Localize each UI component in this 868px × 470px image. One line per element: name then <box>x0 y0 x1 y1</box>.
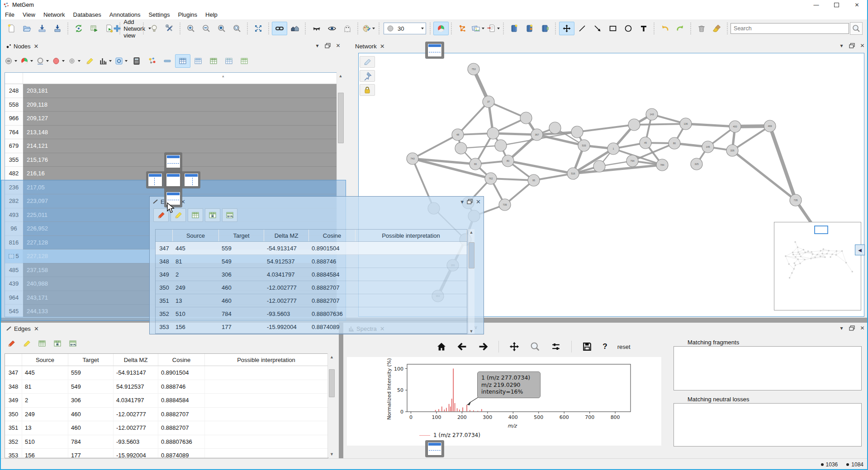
floating-edges-panel[interactable]: Edges ✕ ▾ ✕ SourceTargetDelta MZCosinePo… <box>149 196 484 334</box>
node-ring-button[interactable] <box>34 54 50 68</box>
table-view-a-button[interactable] <box>175 54 190 68</box>
show-linked-nodes-button[interactable] <box>272 22 287 35</box>
edges-table-row[interactable]: 352510784-93.56030.88807636 <box>156 307 467 320</box>
tab-nodes[interactable]: Nodes ✕ <box>3 41 42 51</box>
menu-network[interactable]: Network <box>39 10 69 19</box>
network-layout-button[interactable] <box>455 22 470 35</box>
plot-help-button[interactable]: ? <box>602 342 607 351</box>
menu-settings[interactable]: Settings <box>144 10 174 19</box>
node-shape-button[interactable] <box>3 54 19 68</box>
edges-table-row[interactable]: 347445559-54.9131470.8901504 <box>5 366 328 380</box>
ellipse-tool-button[interactable] <box>621 22 636 35</box>
show-table-button[interactable] <box>188 208 203 222</box>
minimize-button[interactable]: — <box>806 0 826 10</box>
process-tools-button[interactable] <box>162 22 177 35</box>
column-header-Possible interpretation[interactable]: Possible interpretation <box>356 230 467 241</box>
clear-annotations-button[interactable] <box>709 22 725 35</box>
column-header-Possible interpretation[interactable]: Possible interpretation <box>205 354 328 366</box>
spectrum-hint-button[interactable] <box>147 22 162 35</box>
graph-node[interactable]: 143 <box>646 108 658 120</box>
zoom-plot-button[interactable] <box>530 341 541 352</box>
ghost-mode-button[interactable] <box>340 22 355 35</box>
column-header-row[interactable] <box>5 354 22 366</box>
graph-node[interactable] <box>571 126 583 138</box>
line-tool-button[interactable] <box>574 22 590 35</box>
graph-node[interactable]: 145 <box>702 141 714 153</box>
search-button[interactable] <box>850 22 863 35</box>
edges-table-scrollbar[interactable]: ▲ ▼ <box>327 353 336 457</box>
title-bar[interactable]: MetGem — ✕ <box>1 0 867 10</box>
column-header-Source[interactable]: Source <box>22 354 68 366</box>
highlight-red-button[interactable] <box>4 337 19 350</box>
show-table-button[interactable] <box>34 337 50 350</box>
graph-node[interactable]: 516 <box>567 168 579 179</box>
zoom-to-fit-button[interactable] <box>214 22 229 35</box>
dock-guide-top-edge[interactable] <box>425 42 444 59</box>
graph-node[interactable]: 37 <box>483 96 494 108</box>
redo-button[interactable] <box>673 22 688 35</box>
plain-notebook-button[interactable] <box>537 22 553 35</box>
graph-node[interactable] <box>628 119 640 131</box>
network-dock-menu-button[interactable]: ▾ <box>838 42 845 49</box>
nodes-tab-close-icon[interactable]: ✕ <box>34 43 39 50</box>
edges-table-row[interactable]: 347445559-54.9131470.8901504 <box>156 242 467 255</box>
graph-node[interactable] <box>520 112 532 124</box>
nodes-table-row[interactable]: 764213,148 <box>5 126 337 140</box>
nodes-table-row[interactable]: 966209,127 <box>5 112 337 126</box>
home-button[interactable] <box>436 341 447 352</box>
graph-node[interactable]: 66 <box>470 158 481 170</box>
zoom-out-button[interactable] <box>199 22 214 35</box>
graph-node[interactable]: 739 <box>499 199 511 211</box>
add-network-view-button[interactable]: Add Network view <box>123 22 141 35</box>
export-metadata-button[interactable] <box>485 22 501 35</box>
graph-node[interactable]: 325 <box>691 158 702 170</box>
nodes-table-row[interactable]: 679214,121 <box>5 139 337 153</box>
menu-plugins[interactable]: Plugins <box>174 10 201 19</box>
annotations-notebook-button[interactable] <box>522 22 537 35</box>
dock-guide-right[interactable] <box>184 173 199 187</box>
zoom-in-button[interactable] <box>183 22 199 35</box>
dock-guide-bottom-edge[interactable] <box>425 440 444 457</box>
lock-view-button[interactable] <box>360 84 375 96</box>
floating-panel-float-button[interactable] <box>467 199 473 204</box>
edges-table-row[interactable]: 350249460-12.0027770.8882707 <box>5 408 328 422</box>
graph-node[interactable]: 794 <box>626 155 638 167</box>
floating-table-scrollbar[interactable]: ▲ ▼ <box>468 229 474 334</box>
save-figure-button[interactable] <box>582 341 593 352</box>
save-file-button[interactable] <box>34 22 50 35</box>
graph-node[interactable]: 326 <box>726 145 738 156</box>
highlight-yellow-button[interactable] <box>19 337 34 350</box>
resize-columns-button[interactable] <box>65 337 81 350</box>
new-file-button[interactable] <box>4 22 19 35</box>
pie-color-button[interactable] <box>19 54 34 68</box>
resize-rows-button[interactable] <box>50 337 65 350</box>
clusterize-button[interactable] <box>144 54 160 68</box>
highlight-nodes-button[interactable] <box>82 54 97 68</box>
arrow-tool-button[interactable] <box>590 22 605 35</box>
spectra-notebook-button[interactable] <box>507 22 522 35</box>
table-view-d-button[interactable] <box>221 54 237 68</box>
graph-node[interactable]: 1 <box>607 143 619 155</box>
menu-file[interactable]: File <box>1 10 19 19</box>
graph-node[interactable]: 80 <box>669 137 680 149</box>
node-size-combo[interactable]: 30 <box>384 23 426 34</box>
floating-panel-menu-button[interactable]: ▾ <box>461 198 464 205</box>
show-neighbors-button[interactable] <box>287 22 303 35</box>
menu-help[interactable]: Help <box>201 10 222 19</box>
graph-node[interactable]: 784 <box>656 159 668 171</box>
floating-panel-close-button[interactable]: ✕ <box>476 198 481 205</box>
nav-back-button[interactable] <box>457 341 468 352</box>
pin-view-button[interactable] <box>360 70 375 82</box>
nodes-dock-menu-button[interactable]: ▾ <box>313 42 321 49</box>
graph-node[interactable] <box>593 160 605 172</box>
menu-view[interactable]: View <box>19 10 39 19</box>
zoom-selection-button[interactable] <box>229 22 245 35</box>
spectrum-plot[interactable]: 0100200300400500600700800050100 Normaliz… <box>347 357 661 446</box>
column-chart-button[interactable] <box>97 54 113 68</box>
rectangle-tool-button[interactable] <box>605 22 621 35</box>
edges-table-row[interactable]: 3488154954.9125370.888746 <box>156 255 467 268</box>
annotate-mode-button[interactable] <box>360 56 375 68</box>
column-header-Delta MZ[interactable]: Delta MZ <box>264 230 309 241</box>
resize-columns-button[interactable] <box>222 208 237 222</box>
graph-node[interactable] <box>495 140 507 151</box>
